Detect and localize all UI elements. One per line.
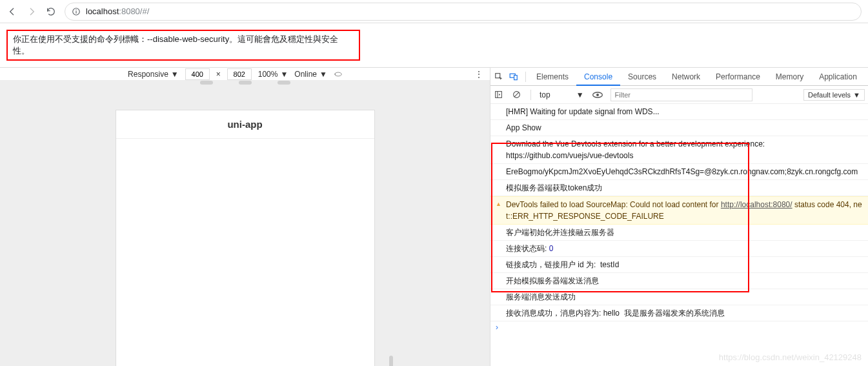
console-line: 链接成功，链接用户 id 为: testId [490, 257, 868, 273]
levels-label: Default levels [808, 91, 851, 99]
security-warning-bar: 你正在使用不受支援的命令列標幟：--disable-web-security。這… [6, 30, 360, 61]
console-line: [HMR] Waiting for update signal from WDS… [490, 104, 868, 120]
tab-console[interactable]: Console [576, 68, 620, 86]
device-mode-select[interactable]: Responsive ▼ [128, 70, 179, 79]
resize-handles[interactable] [116, 81, 374, 85]
console-line: DevTools failed to load SourceMap: Could… [490, 196, 868, 225]
device-toolbar: Responsive ▼ × 100% ▼ Online ▼ ⋮ [0, 68, 490, 81]
sourcemap-link[interactable]: http://localhost:8080/ [721, 200, 792, 209]
browser-toolbar: localhost:8080/#/ [0, 0, 868, 23]
dimension-x: × [216, 70, 221, 79]
live-expression-icon[interactable] [592, 92, 605, 98]
svg-rect-2 [76, 9, 76, 10]
back-button[interactable] [6, 6, 18, 17]
forward-button[interactable] [26, 6, 37, 17]
console-line: 客户端初始化并连接融云服务器 [490, 225, 868, 241]
console-line: 开始模拟服务器端发送消息 [490, 273, 868, 289]
svg-point-10 [596, 94, 599, 96]
devtools-panel: Elements Console Sources Network Perform… [490, 68, 868, 366]
context-label: top [540, 90, 550, 99]
throttle-label: Online [294, 70, 317, 79]
watermark: https://blog.csdn.net/weixin_42129248 [719, 352, 862, 362]
preview-pane: Responsive ▼ × 100% ▼ Online ▼ ⋮ [0, 68, 490, 366]
console-line: 连接状态码: 0 [490, 241, 868, 257]
tab-elements[interactable]: Elements [529, 68, 576, 86]
console-line: 接收消息成功，消息内容为: hello 我是服务器端发来的系统消息 [490, 305, 868, 321]
log-levels-select[interactable]: Default levels ▼ [803, 89, 865, 101]
console-filterbar: top ▼ Default levels ▼ [490, 86, 868, 104]
warning-row: 你正在使用不受支援的命令列標幟：--disable-web-security。這… [0, 23, 868, 67]
zoom-label: 100% [258, 70, 278, 79]
chevron-down-icon: ▼ [319, 70, 327, 79]
reload-button[interactable] [45, 6, 57, 17]
info-icon [72, 7, 81, 16]
device-toggle-icon[interactable] [509, 72, 523, 81]
svg-point-3 [335, 72, 342, 76]
tab-application[interactable]: Application [811, 68, 865, 86]
console-filter-input[interactable] [611, 88, 752, 101]
console-prompt[interactable]: › [490, 321, 868, 333]
url-text: localhost:8080/#/ [86, 6, 149, 16]
tab-sources[interactable]: Sources [620, 68, 664, 86]
resize-handle-vertical[interactable] [389, 356, 393, 366]
rotate-icon[interactable] [334, 70, 343, 79]
chevron-down-icon: ▼ [280, 70, 288, 79]
device-height-input[interactable] [227, 68, 252, 80]
console-output[interactable]: [HMR] Waiting for update signal from WDS… [490, 104, 868, 366]
zoom-select[interactable]: 100% ▼ [258, 70, 288, 79]
device-width-input[interactable] [185, 68, 210, 80]
device-mode-label: Responsive [128, 70, 168, 79]
console-line: 服务端消息发送成功 [490, 289, 868, 305]
chevron-down-icon: ▼ [171, 70, 179, 79]
svg-rect-1 [76, 10, 76, 13]
devtools-tabbar: Elements Console Sources Network Perform… [490, 68, 868, 86]
console-line: Download the Vue Devtools extension for … [490, 136, 868, 164]
svg-rect-7 [496, 92, 502, 98]
tab-memory[interactable]: Memory [768, 68, 811, 86]
throttle-select[interactable]: Online ▼ [294, 70, 327, 79]
app-title: uni-app [116, 110, 374, 139]
console-line: EreBogmo/yKpcmJm2XvoEyUehqdC3sRCkzdhRfsT… [490, 164, 868, 180]
tab-performance[interactable]: Performance [708, 68, 768, 86]
tab-network[interactable]: Network [664, 68, 708, 86]
sidebar-toggle-icon[interactable] [494, 90, 507, 99]
preview-area: uni-app [0, 81, 490, 366]
app-frame[interactable]: uni-app [116, 110, 374, 366]
address-bar[interactable]: localhost:8080/#/ [65, 3, 862, 21]
console-line: 模拟服务器端获取token成功 [490, 180, 868, 196]
chevron-down-icon: ▼ [853, 91, 860, 99]
chevron-down-icon: ▼ [576, 90, 584, 99]
dev-surface: Responsive ▼ × 100% ▼ Online ▼ ⋮ [0, 67, 868, 366]
clear-console-icon[interactable] [512, 90, 525, 99]
inspect-icon[interactable] [494, 72, 509, 81]
context-select[interactable]: top ▼ [536, 90, 587, 100]
svg-rect-6 [514, 75, 518, 79]
kebab-menu-icon[interactable]: ⋮ [474, 69, 483, 79]
console-line: App Show [490, 120, 868, 136]
